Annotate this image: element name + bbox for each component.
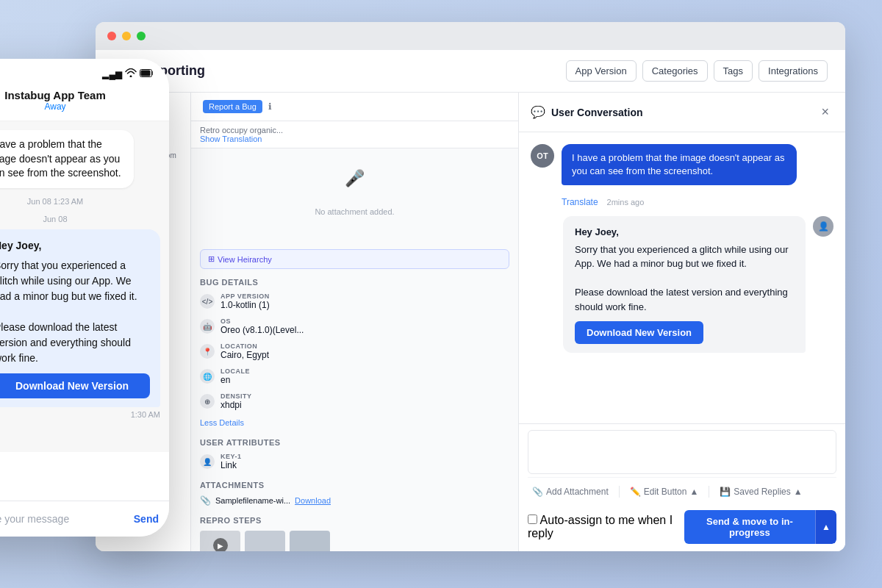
integrations-btn[interactable]: Integrations <box>759 60 828 82</box>
reply-toolbar: 📎 Add Attachment ✏️ Edit Button ▲ 💾 <box>528 477 836 506</box>
phone-body: I have a problem that the image doesn't … <box>0 121 169 452</box>
density-row: ⊕ DENSITY xhdpi <box>200 392 509 410</box>
download-new-version-button[interactable]: Download New Version <box>575 321 703 344</box>
saved-replies-button[interactable]: 💾 Saved Replies ▲ <box>715 484 806 500</box>
location-value: Cairo, Egypt <box>220 350 269 360</box>
less-details-link[interactable]: Less Details <box>200 418 244 427</box>
key-value: Link <box>220 460 242 470</box>
sent-body: Sorry that you experienced a glitch whil… <box>0 258 150 366</box>
send-button-group: Send & move to in-progress ▲ <box>684 510 836 544</box>
attachment-download-link[interactable]: Download <box>295 496 331 505</box>
attachment-icon: 📎 <box>532 487 543 497</box>
screenshot-grid: ▶ <box>200 531 509 551</box>
agent-greeting: Hey Joey, <box>575 225 794 240</box>
agent-message-row: Hey Joey, Sorry that you experienced a g… <box>531 216 833 353</box>
svg-rect-1 <box>141 70 151 76</box>
traffic-light-red[interactable] <box>107 32 116 40</box>
conversation-title: User Conversation <box>551 107 642 118</box>
density-value: xhdpi <box>220 400 252 410</box>
phone-status-bar: 9:41 ▂▄▆ <box>0 59 169 83</box>
user-message-row: OT I have a problem that the image doesn… <box>531 144 833 185</box>
os-value: Oreo (v8.1.0)(Level... <box>220 325 304 335</box>
play-icon: ▶ <box>213 538 228 551</box>
phone-send-button[interactable]: Send <box>134 513 159 525</box>
contact-name: Instabug App Team <box>4 89 106 101</box>
locale-row: 🌐 LOCALE en <box>200 368 509 385</box>
right-panel: 💬 User Conversation × OT I have a proble… <box>518 93 845 551</box>
os-row: 🤖 OS Oreo (v8.1.0)(Level... <box>200 318 509 335</box>
no-attachment-text: No attachment added. <box>304 191 406 232</box>
density-icon: ⊕ <box>200 394 215 409</box>
locale-label: LOCALE <box>220 368 250 375</box>
show-translation-link[interactable]: Show Translation <box>200 135 262 143</box>
phone-received-message: I have a problem that the image doesn't … <box>0 130 160 188</box>
sent-message-bubble: Hey Joey, Sorry that you experienced a g… <box>0 229 160 407</box>
agent-avatar: 👤 <box>813 216 833 237</box>
send-dropdown-arrow[interactable]: ▲ <box>815 510 836 544</box>
add-attachment-button[interactable]: 📎 Add Attachment <box>528 484 613 500</box>
user-icon: 👤 <box>200 454 215 469</box>
attachment-filename: Samplefilename-wi... <box>215 496 290 505</box>
chat-icon: 💬 <box>531 105 545 119</box>
tags-btn[interactable]: Tags <box>714 60 753 82</box>
bug-details-title: Bug Details <box>200 278 509 287</box>
edit-icon: ✏️ <box>630 487 641 497</box>
code-icon: </> <box>200 294 215 309</box>
send-button[interactable]: Send & move to in-progress <box>684 510 815 544</box>
wifi-icon <box>125 68 137 79</box>
phone-overlay: 9:41 ▂▄▆ ‹ Instabug App Team <box>0 59 169 537</box>
screenshot-thumb-2[interactable] <box>245 531 285 551</box>
phone-input-placeholder[interactable]: Type your message <box>0 513 126 525</box>
bug-body-text: Retro occupy organic... <box>200 126 283 135</box>
attachment-row: 📎 Samplefilename-wi... Download <box>200 495 509 506</box>
sent-time: 1:30 AM <box>131 410 160 419</box>
attachment-icon: 📎 <box>200 495 211 506</box>
contact-status: Away <box>4 101 106 112</box>
phone-header: ‹ Instabug App Team Away <box>0 83 169 121</box>
close-button[interactable]: × <box>817 103 833 121</box>
battery-icon <box>140 69 154 79</box>
traffic-light-yellow[interactable] <box>122 32 131 40</box>
user-attributes-title: User Attributes <box>200 438 509 447</box>
app-version-label: APP VERSION <box>220 293 270 300</box>
edit-button-btn[interactable]: ✏️ Edit Button ▲ <box>625 484 703 500</box>
mid-body: 🎤 No attachment added. ⊞ View Heirarchy … <box>191 148 518 551</box>
phone-date-divider: Jun 08 <box>0 215 160 223</box>
app-version-row: </> APP VERSION 1.0-kotlin (1) <box>200 293 509 310</box>
conv-header-left: 💬 User Conversation <box>531 105 642 119</box>
screenshot-thumb-3[interactable] <box>290 531 330 551</box>
location-row: 📍 LOCATION Cairo, Egypt <box>200 343 509 360</box>
divider-2 <box>709 486 709 498</box>
app-header: Bug Reporting App Version Categories Tag… <box>96 50 845 93</box>
agent-message-bubble: Hey Joey, Sorry that you experienced a g… <box>563 216 806 353</box>
reply-textarea[interactable] <box>528 430 836 474</box>
key-label: Key-1 <box>220 453 242 460</box>
sent-greeting: Hey Joey, <box>0 238 150 254</box>
report-badge: Report a Bug <box>203 100 262 113</box>
location-label: LOCATION <box>220 343 269 350</box>
auto-assign-checkbox[interactable] <box>528 514 537 524</box>
phone-download-button[interactable]: Download New Version <box>0 373 150 398</box>
phone-status-icons: ▂▄▆ <box>102 68 154 79</box>
globe-icon: 🌐 <box>200 369 215 384</box>
categories-btn[interactable]: Categories <box>642 60 708 82</box>
translate-link[interactable]: Translate <box>562 197 598 207</box>
traffic-light-green[interactable] <box>137 32 146 40</box>
user-attr-row: 👤 Key-1 Link <box>200 453 509 470</box>
mic-area: 🎤 No attachment added. <box>200 157 509 243</box>
message-meta: Translate 2mins ago <box>531 197 833 207</box>
conversation-header: 💬 User Conversation × <box>519 93 845 132</box>
screenshot-thumb-1[interactable]: ▶ <box>200 531 240 551</box>
app-toolbar: App Version Categories Tags Integrations <box>566 60 828 82</box>
os-label: OS <box>220 318 304 325</box>
density-label: DENSITY <box>220 392 252 400</box>
phone-input-bar: + Type your message Send <box>0 501 169 537</box>
phone-sent-message: Hey Joey, Sorry that you experienced a g… <box>0 229 160 419</box>
conversation-messages: OT I have a problem that the image doesn… <box>519 132 845 423</box>
view-hierarchy-button[interactable]: ⊞ View Heirarchy <box>200 249 509 269</box>
app-version-btn[interactable]: App Version <box>566 60 637 82</box>
saved-icon: 💾 <box>720 487 731 497</box>
repro-steps-title: Repro Steps <box>200 516 509 525</box>
reply-area: 📎 Add Attachment ✏️ Edit Button ▲ 💾 <box>519 423 845 551</box>
agent-body: Sorry that you experienced a glitch whil… <box>575 243 794 315</box>
